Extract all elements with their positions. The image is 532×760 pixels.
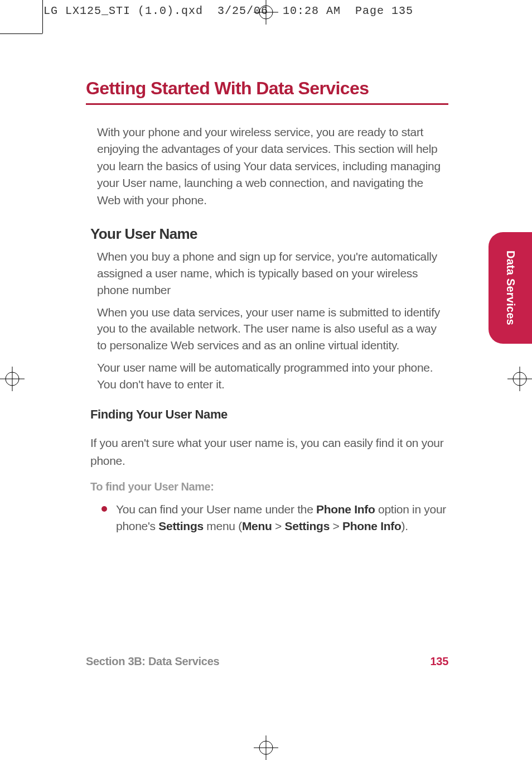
text-run: You can find your User name under the: [116, 503, 316, 516]
body-paragraph: Your user name will be automatically pro…: [97, 359, 448, 393]
bullet-icon: [101, 506, 107, 512]
page: LG LX125_STI (1.0).qxd 3/25/06 10:28 AM …: [0, 0, 532, 760]
crop-cross-left-icon: [0, 367, 25, 393]
registration-mark-bottom-icon: [254, 735, 278, 760]
side-tab: Data Services: [489, 232, 532, 344]
footer-section-label: Section 3B: Data Services: [86, 655, 219, 668]
bold-run: Settings: [285, 520, 330, 532]
bullet-text: You can find your User name under the Ph…: [116, 501, 448, 535]
body-paragraph: When you buy a phone and sign up for ser…: [97, 248, 448, 298]
section-heading-username: Your User Name: [90, 225, 448, 243]
trim-mark-icon: [42, 0, 43, 33]
text-run: >: [272, 520, 285, 532]
bold-run: Settings: [158, 520, 203, 532]
bullet-item: You can find your User name under the Ph…: [101, 501, 448, 535]
footer-page-number: 135: [431, 655, 448, 668]
bold-run: Menu: [242, 520, 272, 532]
content-area: Getting Started With Data Services With …: [86, 78, 448, 535]
bold-run: Phone Info: [342, 520, 402, 532]
text-run: menu (: [204, 520, 242, 532]
crop-cross-right-icon: [507, 367, 532, 393]
page-title: Getting Started With Data Services: [86, 78, 448, 105]
bold-run: Phone Info: [316, 503, 375, 516]
text-run: >: [330, 520, 342, 532]
prepress-slug: LG LX125_STI (1.0).qxd 3/25/06 10:28 AM …: [43, 4, 413, 17]
body-paragraph: When you use data services, your user na…: [97, 304, 448, 354]
text-run: ).: [402, 520, 408, 532]
step-label: To find your User Name:: [90, 480, 448, 493]
registration-mark-top-icon: [254, 0, 278, 25]
trim-mark-icon: [0, 33, 42, 34]
side-tab-label: Data Services: [504, 251, 517, 325]
page-footer: Section 3B: Data Services 135: [86, 655, 476, 668]
subsection-heading-finding: Finding Your User Name: [90, 407, 448, 422]
body-paragraph: If you aren't sure what your user name i…: [90, 434, 448, 470]
intro-paragraph: With your phone and your wireless servic…: [97, 124, 448, 209]
